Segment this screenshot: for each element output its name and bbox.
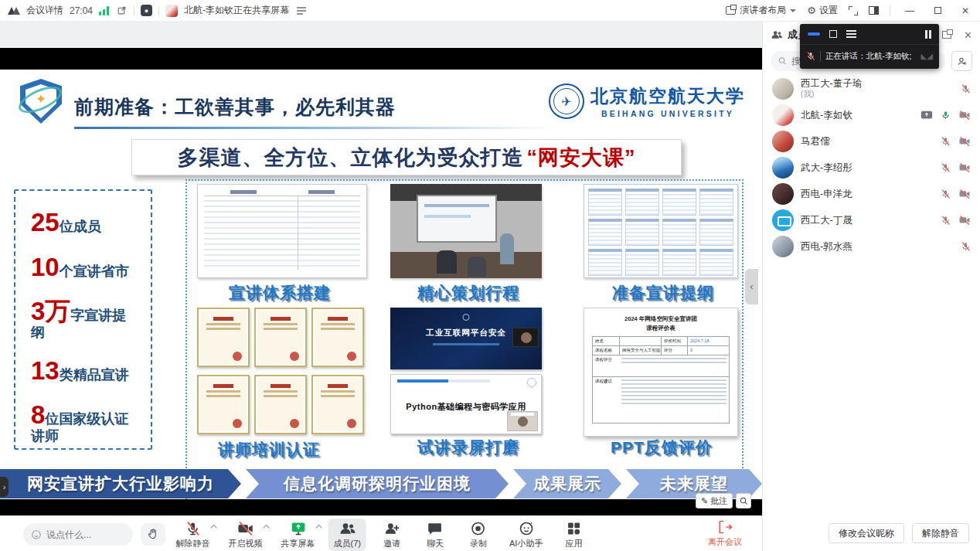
divider	[134, 5, 134, 16]
divider	[890, 5, 890, 16]
avatar	[772, 78, 794, 100]
university-seal-icon: ✈	[549, 83, 584, 119]
annotate-button[interactable]: ✎ 批注	[696, 493, 733, 508]
ai-assistant-icon	[518, 521, 534, 536]
titlebar: 会议详情 27:04 ● 北航-李如钦正在共享屏幕 演讲者布局 ⚙ 设置 — ✕	[0, 0, 980, 22]
sharing-menu-icon[interactable]	[295, 5, 308, 17]
rehearsal-video-top: 工业互联网平台安全	[390, 308, 542, 369]
chevron-banner-2: 信息化调研探明行业困境	[246, 469, 509, 498]
meeting-details-button[interactable]: 会议详情	[26, 4, 63, 17]
avatar	[772, 183, 794, 205]
mic-muted-icon	[961, 241, 971, 252]
webcam-inset	[512, 328, 539, 347]
security-shield-logo-icon: ✦	[20, 79, 62, 124]
restore-preview-icon[interactable]	[829, 30, 837, 38]
chevron-banner-3: 成果展示	[513, 469, 621, 498]
unmute-button[interactable]: 解除静音	[171, 519, 216, 551]
invite-icon	[384, 521, 400, 536]
slide-banner: 多渠道、全方位、立体化为受众打造 “网安大课”	[131, 139, 682, 175]
raise-hand-icon	[148, 529, 158, 540]
sharing-indicator-icon	[920, 111, 933, 121]
camera-muted-icon	[958, 216, 971, 226]
mic-muted-icon	[185, 521, 201, 536]
open-external-icon[interactable]	[115, 5, 128, 17]
side-panel-icon[interactable]	[869, 6, 879, 15]
member-row[interactable]: 西工大-董子瑜(我)	[763, 76, 980, 102]
layout-toggle-icon[interactable]	[925, 30, 931, 39]
sidebar-unmute-button[interactable]: 解除静音	[912, 523, 969, 543]
start-video-button[interactable]: 开启视频	[223, 519, 268, 551]
members-panel: 成员(7) ✕ 西工大-董子瑜(我) 北航-李如钦 马君儒	[762, 22, 980, 551]
letterbox-bottom	[0, 499, 762, 515]
close-panel-icon[interactable]: ✕	[964, 29, 972, 41]
apps-icon	[566, 521, 581, 536]
topic-table-image	[197, 184, 367, 278]
left-expand-handle[interactable]: ›	[0, 477, 9, 497]
member-row[interactable]: 西电-郭水燕	[763, 233, 980, 260]
maximize-button[interactable]	[929, 3, 946, 19]
preview-menu-icon[interactable]	[846, 30, 856, 38]
caption-5: 试讲录屏打磨	[417, 437, 519, 458]
share-preview-window[interactable]: 正在讲话：北航-李如钦; ◣◢	[800, 24, 939, 69]
leave-meeting-button[interactable]: 离开会议	[708, 519, 742, 548]
message-input[interactable]	[46, 529, 116, 540]
close-button[interactable]: ✕	[957, 3, 974, 19]
meeting-toolbar: 解除静音 开启视频 共享屏幕 成员(7) 邀请 聊天	[0, 515, 762, 551]
invite-button[interactable]: 邀请	[374, 519, 410, 551]
camera-muted-icon	[958, 189, 971, 199]
member-row[interactable]: 西工大-丁晟	[763, 207, 980, 233]
app-logo-icon	[8, 7, 20, 15]
outline-documents-image	[584, 184, 738, 278]
pencil-icon: ✎	[701, 496, 708, 506]
camera-muted-icon	[958, 111, 971, 121]
chevron-up-icon[interactable]	[210, 525, 216, 531]
popout-panel-icon[interactable]	[942, 31, 951, 39]
rehearsal-video-bottom: Python基础编程与密码学应用	[390, 374, 542, 434]
sidebar-collapse-handle[interactable]: ‹	[745, 269, 758, 304]
mic-on-icon	[941, 110, 951, 121]
mic-muted-icon	[961, 83, 971, 94]
apps-button[interactable]: 应用	[556, 519, 591, 551]
settings-button[interactable]: ⚙ 设置	[807, 4, 838, 17]
chevron-up-icon[interactable]	[263, 525, 269, 531]
camera-muted-icon	[958, 137, 971, 147]
layout-icon	[726, 6, 736, 15]
stats-box: 25位成员 10个宣讲省市 3万字宣讲提纲 13类精品宣讲 8位国家级认证讲师	[14, 189, 152, 450]
layout-switch-button[interactable]: 演讲者布局	[726, 4, 796, 17]
mic-muted-icon	[806, 51, 815, 61]
raise-hand-button[interactable]	[141, 523, 165, 546]
zoom-button[interactable]	[736, 493, 751, 508]
members-button[interactable]: 成员(7)	[328, 519, 366, 551]
fullscreen-icon[interactable]	[849, 6, 858, 15]
share-screen-button[interactable]: 共享屏幕	[276, 519, 321, 551]
member-row[interactable]: 武大-李绍彤	[763, 155, 980, 181]
minimize-button[interactable]: —	[901, 3, 918, 19]
minimize-preview-icon[interactable]	[808, 32, 820, 36]
caption-2: 精心策划行程	[417, 282, 519, 304]
shared-screen-area: ✦ 前期准备：工欲善其事，必先利其器 ✈ 北京航空航天大学 BEIHANG UN…	[0, 22, 762, 551]
watermark-logo-icon: ◣◢	[921, 52, 933, 60]
presentation-slide: ✦ 前期准备：工欲善其事，必先利其器 ✈ 北京航空航天大学 BEIHANG UN…	[0, 70, 762, 499]
caption-6: PPT反馈评价	[611, 437, 713, 458]
network-signal-icon	[99, 6, 109, 15]
member-row[interactable]: 北航-李如钦	[763, 102, 980, 128]
add-member-button[interactable]	[951, 51, 972, 71]
chevron-up-icon[interactable]	[315, 525, 322, 531]
ai-assistant-button[interactable]: AI小助手	[504, 519, 548, 551]
university-name: 北京航空航天大学	[590, 84, 745, 108]
record-button[interactable]: 录制	[461, 519, 496, 551]
mic-muted-icon	[941, 215, 951, 226]
members-icon	[771, 29, 783, 40]
encryption-icon[interactable]: ●	[141, 5, 152, 16]
member-row[interactable]: 西电-申洋龙	[763, 181, 980, 207]
chat-quick-input[interactable]	[23, 523, 133, 546]
divider	[158, 5, 159, 16]
mic-muted-icon	[941, 189, 951, 199]
chat-button[interactable]: 聊天	[417, 519, 453, 551]
certificates-image	[197, 308, 367, 434]
avatar	[772, 209, 794, 231]
university-name-en: BEIHANG UNIVERSITY	[590, 109, 745, 118]
gear-icon: ⚙	[807, 5, 816, 16]
rename-button[interactable]: 修改会议昵称	[829, 523, 904, 543]
member-row[interactable]: 马君儒	[763, 128, 980, 155]
